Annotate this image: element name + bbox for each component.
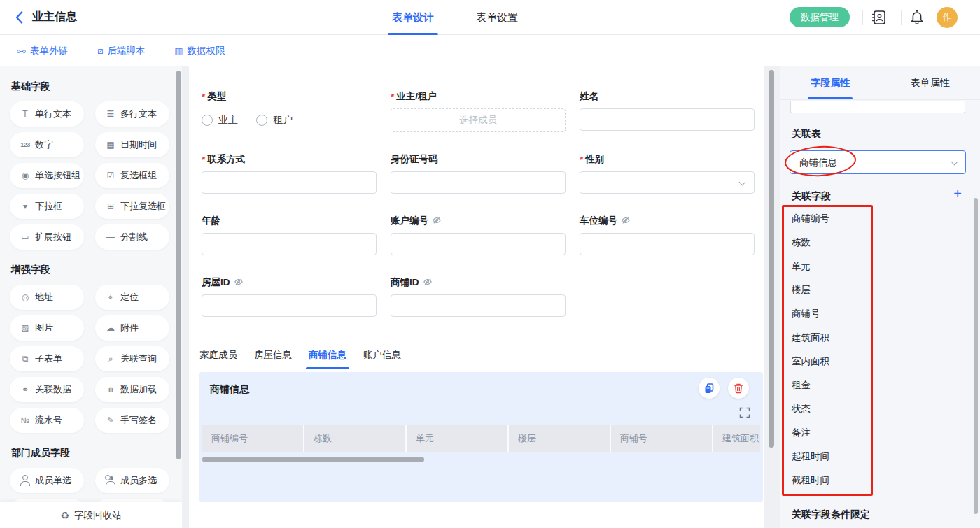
text-input[interactable]: [391, 294, 566, 317]
related-table-select[interactable]: 商铺信息: [790, 150, 966, 174]
field-type-button[interactable]: ⚭ 关联数据: [10, 377, 84, 402]
related-field-item[interactable]: 楼层: [792, 278, 830, 302]
field-type-button[interactable]: ✎ 手写签名: [95, 408, 169, 433]
form-field[interactable]: *房屋ID: [202, 275, 377, 317]
related-field-item[interactable]: 备注: [792, 421, 830, 445]
text-input[interactable]: [580, 233, 755, 255]
field-label: 商铺ID: [391, 276, 419, 289]
field-type-button[interactable]: ▧ 图片: [10, 315, 84, 341]
hidden-eye-icon: [621, 215, 631, 227]
header-tab-inactive[interactable]: 表单设置: [476, 0, 518, 35]
back-icon[interactable]: [13, 10, 28, 25]
related-field-item[interactable]: 栋数: [792, 231, 830, 255]
subform-horizontal-scrollbar[interactable]: [202, 457, 424, 462]
field-recycle-bin[interactable]: ♻ 字段回收站: [0, 502, 182, 528]
related-field-item[interactable]: 单元: [792, 255, 830, 278]
property-panel-scrollbar[interactable]: [974, 198, 978, 514]
form-field[interactable]: *性别: [580, 152, 755, 194]
header-tab-active[interactable]: 表单设计: [392, 0, 434, 35]
radio-circle-icon[interactable]: [202, 115, 213, 126]
member-multi-icon: [104, 475, 117, 486]
property-tab[interactable]: 字段属性: [780, 66, 881, 99]
user-avatar[interactable]: 作: [937, 7, 958, 28]
select-input[interactable]: [580, 171, 755, 194]
related-field-item[interactable]: 商铺号: [792, 302, 830, 326]
form-field[interactable]: *车位编号: [580, 213, 755, 255]
field-type-button[interactable]: T 单行文本: [10, 101, 84, 127]
field-type-button[interactable]: № 流水号: [10, 408, 84, 433]
form-field[interactable]: *类型 业主 租户: [202, 89, 377, 132]
detail-tab[interactable]: 账户信息: [363, 346, 401, 369]
text-input[interactable]: [202, 294, 377, 317]
member-picker[interactable]: 选择成员: [391, 108, 566, 132]
related-table-label: 关联表: [792, 128, 821, 141]
related-field-item[interactable]: 商铺编号: [792, 207, 830, 231]
checkbox-group-icon: ☑: [104, 171, 117, 180]
form-field[interactable]: *联系方式: [202, 152, 377, 194]
contact-book-icon[interactable]: [870, 8, 888, 27]
sidebar-scrollbar[interactable]: [176, 71, 181, 459]
required-star: *: [391, 92, 394, 102]
field-type-button[interactable]: ılı 数据加载: [95, 377, 169, 402]
form-field[interactable]: *身份证号码: [391, 152, 566, 194]
related-field-item[interactable]: 建筑面积: [792, 326, 830, 350]
hidden-eye-icon: [423, 277, 433, 289]
field-type-button[interactable]: — 分割线: [95, 224, 169, 250]
text-input[interactable]: [391, 233, 566, 255]
form-field[interactable]: *业主/租户 选择成员: [391, 89, 566, 132]
related-field-item[interactable]: 室内面积: [792, 350, 830, 373]
toolbar-link[interactable]: ⧟ 表单外链: [17, 45, 68, 57]
form-field[interactable]: *商铺ID: [391, 275, 566, 317]
field-type-button[interactable]: ◎ 地址: [10, 285, 84, 310]
detail-tab[interactable]: 家庭成员: [200, 346, 237, 369]
field-type-button[interactable]: ☑ 复选框组: [95, 163, 169, 188]
form-field[interactable]: *账户编号: [391, 213, 566, 255]
copy-icon: [704, 383, 715, 394]
radio-circle-icon[interactable]: [256, 115, 267, 126]
field-label: 姓名: [580, 90, 598, 103]
field-type-button[interactable]: ▾ 下拉框: [10, 194, 84, 219]
text-input[interactable]: [391, 171, 566, 194]
radio-group[interactable]: 业主 租户: [202, 108, 377, 132]
form-field[interactable]: *姓名: [580, 89, 755, 132]
field-type-button[interactable]: ▦ 日期时间: [95, 132, 169, 157]
text-input[interactable]: [202, 233, 377, 255]
text-input[interactable]: [202, 171, 377, 194]
add-related-field-icon[interactable]: +: [953, 187, 962, 201]
field-type-button[interactable]: 123 数字: [10, 132, 84, 157]
toolbar-link[interactable]: ⧄ 后端脚本: [97, 45, 145, 57]
data-manage-button[interactable]: 数据管理: [790, 7, 850, 27]
field-type-button[interactable]: ▭ 扩展按钮: [10, 224, 84, 250]
toolbar-link[interactable]: ▥ 数据权限: [174, 45, 225, 57]
related-field-item[interactable]: 租金: [792, 373, 830, 397]
related-field-item[interactable]: 状态: [792, 397, 830, 421]
field-type-button[interactable]: ⌕ 关联查询: [95, 346, 169, 371]
address-icon: ◎: [19, 292, 31, 302]
property-tab[interactable]: 表单属性: [881, 66, 980, 99]
detail-tab[interactable]: 房屋信息: [254, 346, 292, 369]
field-type-button[interactable]: 成员单选: [10, 468, 84, 493]
required-star: *: [202, 92, 205, 102]
delete-widget-button[interactable]: [728, 378, 749, 399]
expand-handle-icon[interactable]: [739, 407, 750, 418]
related-field-item[interactable]: 起租时间: [792, 445, 830, 469]
detail-tab[interactable]: 商铺信息: [309, 346, 346, 369]
clipped-input-field[interactable]: [790, 101, 965, 113]
text-input[interactable]: [580, 108, 755, 131]
field-type-button[interactable]: 成员多选: [95, 468, 169, 493]
radio-option[interactable]: 租户: [256, 114, 293, 127]
related-field-item[interactable]: 截租时间: [792, 469, 830, 492]
subform-widget-selected[interactable]: 商铺信息 商铺编号栋数单元楼层商铺号建筑面积: [200, 372, 763, 502]
field-type-button[interactable]: ☰ 多行文本: [95, 101, 169, 127]
form-field[interactable]: *年龄: [202, 213, 377, 255]
field-type-button[interactable]: ⊞ 下拉复选框: [95, 194, 169, 219]
image-icon: ▧: [19, 323, 31, 333]
copy-widget-button[interactable]: [699, 378, 720, 399]
radio-option[interactable]: 业主: [202, 114, 238, 127]
field-type-button[interactable]: ⌖ 定位: [95, 285, 169, 310]
notification-bell-icon[interactable]: [908, 8, 926, 27]
field-type-button[interactable]: ⧉ 子表单: [10, 346, 84, 371]
canvas-scrollbar[interactable]: [769, 70, 774, 448]
field-type-button[interactable]: ◉ 单选按钮组: [10, 163, 84, 188]
field-type-button[interactable]: ☁ 附件: [95, 315, 169, 341]
